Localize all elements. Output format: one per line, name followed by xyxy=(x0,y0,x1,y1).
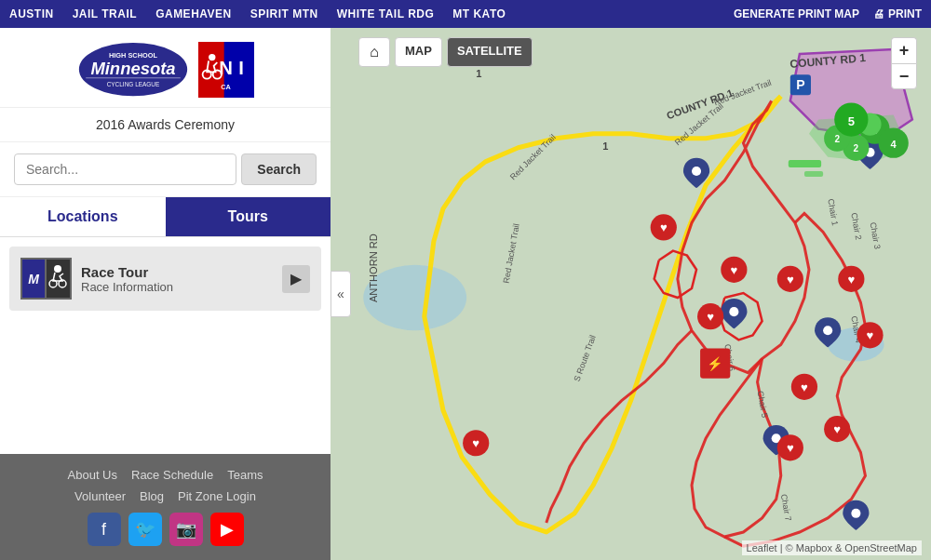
svg-text:♥: ♥ xyxy=(707,310,714,324)
youtube-icon[interactable]: ▶ xyxy=(210,513,244,546)
svg-rect-84 xyxy=(804,171,823,177)
svg-text:Chair 7: Chair 7 xyxy=(779,493,793,522)
svg-text:1: 1 xyxy=(476,68,481,79)
race-tour-arrow-button[interactable]: ▶ xyxy=(282,265,310,293)
svg-text:ANTHORN RD: ANTHORN RD xyxy=(368,233,379,302)
map-area[interactable]: « ⌂ MAP SATELLITE + − xyxy=(331,28,931,560)
nav-item-austin[interactable]: AUSTIN xyxy=(9,7,54,20)
race-tour-info: Race Tour Race Information xyxy=(81,264,273,294)
sidebar: HIGH SCHOOL Minnesota CYCLING LEAGUE N I… xyxy=(0,28,331,560)
race-tour-card: M Race Tour Race Information ▶ xyxy=(9,247,321,311)
map-home-button[interactable]: ⌂ xyxy=(358,37,390,67)
svg-text:Chair 3: Chair 3 xyxy=(869,221,883,250)
nav-item-spirit-mtn[interactable]: SPIRIT MTN xyxy=(250,7,318,20)
svg-text:Red Jacket Trail: Red Jacket Trail xyxy=(508,132,558,181)
zoom-in-button[interactable]: + xyxy=(891,37,917,63)
svg-text:Minnesota: Minnesota xyxy=(90,59,175,78)
svg-point-10 xyxy=(209,54,215,60)
svg-text:2: 2 xyxy=(834,134,840,144)
instagram-icon[interactable]: 📷 xyxy=(169,513,203,546)
svg-text:Chair 2: Chair 2 xyxy=(849,212,863,241)
search-area: Search xyxy=(0,142,331,197)
map-attribution: Leaflet | © Mapbox & OpenStreetMap xyxy=(742,540,922,555)
svg-text:CYCLING LEAGUE: CYCLING LEAGUE xyxy=(106,81,159,87)
nav-item-white-tail-rdg[interactable]: WHITE TAIL RDG xyxy=(337,7,435,20)
footer: About Us Race Schedule Teams Volunteer B… xyxy=(0,454,331,560)
svg-text:CA: CA xyxy=(221,83,231,91)
footer-links-row1: About Us Race Schedule Teams xyxy=(19,468,312,482)
print-button[interactable]: 🖨 PRINT xyxy=(873,7,922,20)
svg-point-18 xyxy=(54,265,61,273)
generate-print-map-button[interactable]: GENERATE PRINT MAP xyxy=(734,7,859,20)
svg-text:I: I xyxy=(238,58,244,78)
social-icons: f 🐦 📷 ▶ xyxy=(19,513,312,546)
svg-point-49 xyxy=(851,509,860,518)
svg-text:4: 4 xyxy=(891,139,897,150)
nav-left: AUSTIN JAIL TRAIL GAMEHAVEN SPIRIT MTN W… xyxy=(9,7,506,20)
race-tour-subtitle: Race Information xyxy=(81,280,273,294)
race-tour-title: Race Tour xyxy=(81,264,273,280)
facebook-icon[interactable]: f xyxy=(88,513,121,546)
search-input[interactable] xyxy=(14,153,236,185)
zoom-controls: + − xyxy=(891,37,917,89)
nica-logo: N I CA xyxy=(198,42,254,98)
svg-text:1: 1 xyxy=(602,140,608,152)
svg-text:M: M xyxy=(28,272,39,287)
svg-text:Red Jacket Trail: Red Jacket Trail xyxy=(502,223,521,285)
svg-text:S Route Trail: S Route Trail xyxy=(573,334,598,383)
map-view-button[interactable]: MAP xyxy=(395,37,442,67)
logo-area: HIGH SCHOOL Minnesota CYCLING LEAGUE N I… xyxy=(0,28,331,108)
svg-text:Chair 1: Chair 1 xyxy=(826,198,840,227)
nav-item-mt-kato[interactable]: MT KATO xyxy=(452,7,506,20)
svg-text:♥: ♥ xyxy=(787,441,794,455)
map-overlay: COUNTY RD 1 COUNTY RD 1 1 1 ANTHORN RD R… xyxy=(331,28,931,560)
map-controls: ⌂ MAP SATELLITE xyxy=(358,37,533,67)
footer-link-volunteer[interactable]: Volunteer xyxy=(74,489,126,503)
svg-text:⚡: ⚡ xyxy=(707,355,723,372)
printer-icon: 🖨 xyxy=(873,7,884,20)
mn-cycling-logo: HIGH SCHOOL Minnesota CYCLING LEAGUE xyxy=(77,42,189,98)
awards-text: 2016 Awards Ceremony xyxy=(0,108,331,142)
main-content: HIGH SCHOOL Minnesota CYCLING LEAGUE N I… xyxy=(0,28,931,560)
svg-point-45 xyxy=(729,307,738,316)
svg-text:♥: ♥ xyxy=(660,220,668,234)
svg-text:♥: ♥ xyxy=(867,328,874,342)
footer-link-teams[interactable]: Teams xyxy=(227,468,263,482)
tab-tours[interactable]: Tours xyxy=(166,197,331,236)
svg-text:♥: ♥ xyxy=(472,436,479,450)
zoom-out-button[interactable]: − xyxy=(891,63,917,89)
nav-right: GENERATE PRINT MAP 🖨 PRINT xyxy=(734,7,922,20)
svg-text:Chair 5: Chair 5 xyxy=(756,390,770,419)
svg-point-47 xyxy=(823,326,832,335)
svg-text:♥: ♥ xyxy=(787,273,794,287)
top-navigation: AUSTIN JAIL TRAIL GAMEHAVEN SPIRIT MTN W… xyxy=(0,0,931,28)
svg-text:♥: ♥ xyxy=(801,380,808,394)
footer-link-race-schedule[interactable]: Race Schedule xyxy=(131,468,213,482)
svg-point-44 xyxy=(692,167,701,176)
map-collapse-button[interactable]: « xyxy=(331,271,351,317)
svg-text:♥: ♥ xyxy=(833,422,841,436)
nav-item-jail-trail[interactable]: JAIL TRAIL xyxy=(73,7,137,20)
nav-item-gamehaven[interactable]: GAMEHAVEN xyxy=(155,7,232,20)
svg-text:♥: ♥ xyxy=(730,263,737,277)
footer-link-about-us[interactable]: About Us xyxy=(68,468,117,482)
race-tour-logo-svg: M xyxy=(20,258,72,300)
tab-locations[interactable]: Locations xyxy=(0,197,166,236)
race-tour-logo: M xyxy=(20,258,72,300)
svg-text:♥: ♥ xyxy=(847,273,855,287)
tabs: Locations Tours xyxy=(0,197,331,237)
twitter-icon[interactable]: 🐦 xyxy=(128,513,162,546)
svg-text:5: 5 xyxy=(848,114,855,128)
satellite-view-button[interactable]: SATELLITE xyxy=(447,37,533,67)
svg-text:2: 2 xyxy=(854,143,859,153)
footer-link-blog[interactable]: Blog xyxy=(140,489,164,503)
svg-text:P: P xyxy=(796,77,804,92)
footer-links-row2: Volunteer Blog Pit Zone Login xyxy=(19,489,312,503)
search-button[interactable]: Search xyxy=(241,153,317,185)
footer-link-pit-zone-login[interactable]: Pit Zone Login xyxy=(178,489,256,503)
svg-rect-83 xyxy=(789,160,821,167)
